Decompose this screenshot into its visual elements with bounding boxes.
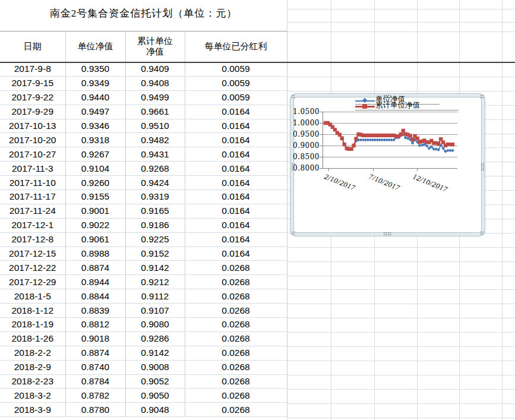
unit-nav-cell[interactable]: 0.8988 bbox=[65, 247, 125, 261]
date-cell[interactable]: 2017-11-10 bbox=[0, 176, 65, 190]
cum-nav-cell[interactable]: 0.9112 bbox=[125, 289, 185, 304]
cum-nav-cell[interactable]: 0.9107 bbox=[125, 304, 185, 318]
cum-nav-cell[interactable]: 0.9225 bbox=[125, 232, 185, 247]
cum-nav-cell[interactable]: 0.9048 bbox=[125, 403, 185, 417]
unit-nav-cell[interactable]: 0.9267 bbox=[65, 147, 125, 162]
dividend-cell[interactable]: 0.0164 bbox=[185, 218, 287, 232]
unit-nav-cell[interactable]: 0.9318 bbox=[65, 133, 125, 147]
cum-nav-cell[interactable]: 0.9286 bbox=[125, 331, 185, 346]
unit-nav-cell[interactable]: 0.8839 bbox=[65, 304, 125, 318]
unit-nav-cell[interactable]: 0.9349 bbox=[65, 76, 125, 90]
dividend-cell[interactable]: 0.0164 bbox=[185, 147, 287, 162]
unit-nav-cell[interactable]: 0.8784 bbox=[65, 374, 125, 389]
col-header-dividend[interactable]: 每单位已分红利 bbox=[185, 31, 287, 62]
cum-nav-cell[interactable]: 0.9142 bbox=[125, 346, 185, 360]
unit-nav-cell[interactable]: 0.9497 bbox=[65, 105, 125, 119]
date-cell[interactable]: 2018-3-9 bbox=[0, 403, 65, 417]
chart-resize-handle-n[interactable] bbox=[383, 94, 391, 98]
date-cell[interactable]: 2017-10-13 bbox=[0, 119, 65, 133]
date-cell[interactable]: 2018-2-2 bbox=[0, 346, 65, 360]
date-cell[interactable]: 2017-9-8 bbox=[0, 62, 65, 77]
dividend-cell[interactable]: 0.0059 bbox=[185, 90, 287, 105]
dividend-cell[interactable]: 0.0164 bbox=[185, 119, 287, 133]
date-cell[interactable]: 2017-9-15 bbox=[0, 76, 65, 90]
cum-nav-cell[interactable]: 0.9152 bbox=[125, 247, 185, 261]
date-cell[interactable]: 2017-11-17 bbox=[0, 190, 65, 204]
date-cell[interactable]: 2017-12-22 bbox=[0, 261, 65, 275]
chart-resize-handle-e[interactable] bbox=[481, 163, 484, 171]
unit-nav-cell[interactable]: 0.9022 bbox=[65, 218, 125, 232]
cum-nav-cell[interactable]: 0.9268 bbox=[125, 162, 185, 176]
unit-nav-cell[interactable]: 0.9061 bbox=[65, 232, 125, 247]
dividend-cell[interactable]: 0.0164 bbox=[185, 204, 287, 218]
unit-nav-cell[interactable]: 0.9350 bbox=[65, 62, 125, 77]
chart-resize-handle-s[interactable] bbox=[383, 232, 391, 235]
cum-nav-cell[interactable]: 0.9050 bbox=[125, 389, 185, 403]
cum-nav-cell[interactable]: 0.9409 bbox=[125, 62, 185, 77]
dividend-cell[interactable]: 0.0164 bbox=[185, 232, 287, 247]
dividend-cell[interactable]: 0.0268 bbox=[185, 374, 287, 389]
dividend-cell[interactable]: 0.0268 bbox=[185, 360, 287, 374]
cum-nav-cell[interactable]: 0.9431 bbox=[125, 147, 185, 162]
date-cell[interactable]: 2018-1-12 bbox=[0, 304, 65, 318]
dividend-cell[interactable]: 0.0164 bbox=[185, 162, 287, 176]
dividend-cell[interactable]: 0.0268 bbox=[185, 304, 287, 318]
dividend-cell[interactable]: 0.0059 bbox=[185, 62, 287, 77]
date-cell[interactable]: 2018-1-26 bbox=[0, 331, 65, 346]
unit-nav-cell[interactable]: 0.9104 bbox=[65, 162, 125, 176]
dividend-cell[interactable]: 0.0268 bbox=[185, 289, 287, 304]
cum-nav-cell[interactable]: 0.9482 bbox=[125, 133, 185, 147]
dividend-cell[interactable]: 0.0164 bbox=[185, 247, 287, 261]
date-cell[interactable]: 2017-11-3 bbox=[0, 162, 65, 176]
sheet-title[interactable]: 南金2号集合资金信托计划（单位：元） bbox=[0, 7, 287, 20]
date-cell[interactable]: 2018-2-23 bbox=[0, 374, 65, 389]
unit-nav-cell[interactable]: 0.8874 bbox=[65, 261, 125, 275]
embedded-chart[interactable]: 单位净值 累计单位净值 1.05001.00000.95000.90000.85… bbox=[290, 93, 485, 236]
dividend-cell[interactable]: 0.0268 bbox=[185, 261, 287, 275]
date-cell[interactable]: 2018-2-9 bbox=[0, 360, 65, 374]
col-header-unit-nav[interactable]: 单位净值 bbox=[65, 31, 125, 62]
date-cell[interactable]: 2017-12-29 bbox=[0, 275, 65, 289]
date-cell[interactable]: 2018-1-5 bbox=[0, 289, 65, 304]
dividend-cell[interactable]: 0.0268 bbox=[185, 403, 287, 417]
dividend-cell[interactable]: 0.0164 bbox=[185, 105, 287, 119]
unit-nav-cell[interactable]: 0.8812 bbox=[65, 318, 125, 332]
unit-nav-cell[interactable]: 0.9001 bbox=[65, 204, 125, 218]
cum-nav-cell[interactable]: 0.9424 bbox=[125, 176, 185, 190]
date-cell[interactable]: 2018-1-19 bbox=[0, 318, 65, 332]
unit-nav-cell[interactable]: 0.9260 bbox=[65, 176, 125, 190]
cum-nav-cell[interactable]: 0.9080 bbox=[125, 318, 185, 332]
col-header-date[interactable]: 日期 bbox=[0, 31, 65, 62]
unit-nav-cell[interactable]: 0.8944 bbox=[65, 275, 125, 289]
dividend-cell[interactable]: 0.0268 bbox=[185, 331, 287, 346]
cum-nav-cell[interactable]: 0.9408 bbox=[125, 76, 185, 90]
date-cell[interactable]: 2017-12-1 bbox=[0, 218, 65, 232]
chart-resize-handle-w[interactable] bbox=[291, 163, 295, 171]
cum-nav-cell[interactable]: 0.9186 bbox=[125, 218, 185, 232]
unit-nav-cell[interactable]: 0.8874 bbox=[65, 346, 125, 360]
dividend-cell[interactable]: 0.0268 bbox=[185, 346, 287, 360]
dividend-cell[interactable]: 0.0059 bbox=[185, 76, 287, 90]
date-cell[interactable]: 2017-11-24 bbox=[0, 204, 65, 218]
unit-nav-cell[interactable]: 0.8780 bbox=[65, 403, 125, 417]
unit-nav-cell[interactable]: 0.9346 bbox=[65, 119, 125, 133]
date-cell[interactable]: 2017-12-8 bbox=[0, 232, 65, 247]
unit-nav-cell[interactable]: 0.9440 bbox=[65, 90, 125, 105]
chart-resize-handle-sw[interactable] bbox=[291, 231, 295, 235]
cum-nav-cell[interactable]: 0.9165 bbox=[125, 204, 185, 218]
date-cell[interactable]: 2017-12-15 bbox=[0, 247, 65, 261]
date-cell[interactable]: 2017-9-22 bbox=[0, 90, 65, 105]
cum-nav-cell[interactable]: 0.9008 bbox=[125, 360, 185, 374]
chart-resize-handle-se[interactable] bbox=[480, 231, 484, 235]
unit-nav-cell[interactable]: 0.8782 bbox=[65, 389, 125, 403]
cum-nav-cell[interactable]: 0.9212 bbox=[125, 275, 185, 289]
chart-resize-handle-ne[interactable] bbox=[480, 94, 484, 99]
dividend-cell[interactable]: 0.0268 bbox=[185, 275, 287, 289]
unit-nav-cell[interactable]: 0.9018 bbox=[65, 331, 125, 346]
unit-nav-cell[interactable]: 0.8740 bbox=[65, 360, 125, 374]
chart-resize-handle-nw[interactable] bbox=[291, 94, 295, 99]
dividend-cell[interactable]: 0.0164 bbox=[185, 176, 287, 190]
dividend-cell[interactable]: 0.0164 bbox=[185, 190, 287, 204]
cum-nav-cell[interactable]: 0.9661 bbox=[125, 105, 185, 119]
cum-nav-cell[interactable]: 0.9510 bbox=[125, 119, 185, 133]
